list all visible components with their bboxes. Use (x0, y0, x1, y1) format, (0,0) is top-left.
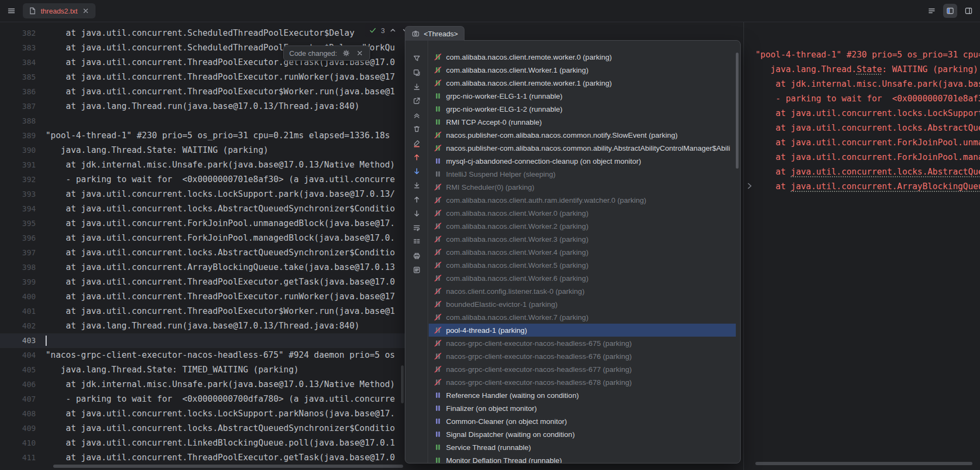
thread-list-item[interactable]: Signal Dispatcher (waiting on condition) (429, 428, 736, 441)
settings-gear-icon[interactable] (342, 49, 351, 57)
editor-line[interactable]: 402 at java.lang.Thread.run(java.base@17… (0, 319, 405, 333)
prev-problem-icon[interactable] (389, 26, 397, 35)
stack-trace-line[interactable]: at java.util.concurrent.ForkJoinPool.man… (755, 150, 980, 165)
editor-line[interactable]: 406 at jdk.internal.misc.Unsafe.park(jav… (0, 377, 405, 392)
delete-button[interactable] (409, 122, 424, 136)
scroll-to-end-button[interactable] (409, 178, 424, 192)
editor-line[interactable]: 387 at java.lang.Thread.run(java.base@17… (0, 99, 405, 114)
editor-line[interactable]: 405 java.lang.Thread.State: TIMED_WAITIN… (0, 363, 405, 377)
editor-line[interactable]: 408 at java.util.concurrent.locks.LockSu… (0, 407, 405, 421)
editor-line[interactable]: 398 at java.util.concurrent.ArrayBlockin… (0, 260, 405, 275)
editor-line[interactable]: 388 (0, 114, 405, 128)
editor-line[interactable]: 403 (0, 333, 405, 348)
thread-list-item[interactable]: com.alibaba.nacos.client.Worker.5 (parki… (429, 259, 736, 272)
print-button[interactable] (409, 249, 424, 263)
thread-list-item[interactable]: com.alibaba.nacos.client.auth.ram.identi… (429, 194, 736, 207)
stack-trace-line[interactable]: at java.util.concurrent.ForkJoinPool.unm… (755, 136, 980, 150)
stack-trace-line[interactable]: java.lang.Thread.State: WAITING (parking… (755, 62, 980, 77)
stack-trace-line[interactable]: at java.util.concurrent.locks.AbstractQu… (755, 121, 980, 136)
stack-trace-line[interactable]: at java.util.concurrent.ArrayBlockingQue… (755, 179, 980, 194)
editor-line[interactable]: 392 - parking to wait for <0x0000000701e… (0, 172, 405, 187)
thread-list-item[interactable]: nacos-grpc-client-executor-nacos-headles… (429, 337, 736, 350)
editor-line[interactable]: 395 at java.util.concurrent.ForkJoinPool… (0, 216, 405, 231)
thread-list-item[interactable]: pool-4-thread-1 (parking) (429, 324, 736, 337)
thread-list-item[interactable]: com.alibaba.nacos.client.remote.worker.1… (429, 76, 736, 89)
editor-left[interactable]: 382 at java.util.concurrent.ScheduledThr… (0, 26, 405, 465)
editor-line[interactable]: 386 at java.util.concurrent.ThreadPoolEx… (0, 85, 405, 99)
editor-line[interactable]: 382 at java.util.concurrent.ScheduledThr… (0, 26, 405, 41)
thread-list-item[interactable]: nacos-grpc-client-executor-nacos-headles… (429, 363, 736, 376)
export-button[interactable] (409, 80, 424, 94)
editor-line[interactable]: 397 at java.util.concurrent.locks.Abstra… (0, 246, 405, 260)
threads-list-scrollbar[interactable] (736, 53, 739, 169)
left-editor-horizontal-scrollbar[interactable] (53, 465, 403, 468)
move-down-button[interactable] (409, 207, 424, 221)
editor-line[interactable]: 396 at java.util.concurrent.ForkJoinPool… (0, 231, 405, 246)
editor-line[interactable]: 393 at java.util.concurrent.locks.LockSu… (0, 187, 405, 202)
splitter-chevron-icon[interactable] (744, 181, 754, 191)
thread-list-item[interactable]: boundedElastic-evictor-1 (parking) (429, 298, 736, 311)
thread-list-item[interactable]: com.alibaba.nacos.client.Worker.2 (parki… (429, 220, 736, 233)
editor-line[interactable]: 401 at java.util.concurrent.ThreadPoolEx… (0, 304, 405, 319)
thread-list-item[interactable]: com.alibaba.nacos.client.Worker.4 (parki… (429, 246, 736, 259)
editor-line[interactable]: 385 at java.util.concurrent.ThreadPoolEx… (0, 70, 405, 85)
split-divider[interactable] (743, 22, 744, 470)
move-up-button[interactable] (409, 192, 424, 207)
thread-list-item[interactable]: RMI TCP Accept-0 (runnable) (429, 115, 736, 128)
filter-button[interactable] (409, 51, 424, 66)
preview-button[interactable] (409, 263, 424, 277)
highlighter-button[interactable] (409, 136, 424, 150)
thread-list-item[interactable]: Common-Cleaner (on object monitor) (429, 415, 736, 428)
stack-trace-line[interactable]: at jdk.internal.misc.Unsafe.park(java.ba… (755, 77, 980, 92)
thread-list-item[interactable]: Service Thread (runnable) (429, 441, 736, 454)
layout-right-button[interactable] (962, 4, 976, 18)
thread-list-item[interactable]: nacos.publisher-com.alibaba.nacos.common… (429, 141, 736, 154)
soft-wrap-button[interactable] (409, 221, 424, 235)
editor-line[interactable]: 407 - parking to wait for <0x0000000700d… (0, 392, 405, 407)
thread-list-item[interactable]: nacos.publisher-com.alibaba.nacos.common… (429, 128, 736, 141)
layout-selector-button[interactable] (943, 4, 957, 18)
threads-popup-tab[interactable]: <Threads> (405, 26, 464, 41)
tab-close-icon[interactable] (81, 7, 90, 15)
thread-list-item[interactable]: Reference Handler (waiting on condition) (429, 389, 736, 402)
thread-list-item[interactable]: com.alibaba.nacos.client.Worker.3 (parki… (429, 233, 736, 246)
thread-list-item[interactable]: com.alibaba.nacos.client.Worker.7 (parki… (429, 311, 736, 324)
thread-list-item[interactable]: grpc-nio-worker-ELG-1-1 (runnable) (429, 89, 736, 102)
thread-list-item[interactable]: mysql-cj-abandoned-connection-cleanup (o… (429, 154, 736, 168)
thread-list-item[interactable]: com.alibaba.nacos.client.Worker.0 (parki… (429, 207, 736, 220)
thread-list-item[interactable]: IntelliJ Suspend Helper (sleeping) (429, 168, 736, 181)
compare-button[interactable] (409, 235, 424, 249)
thread-list-item[interactable]: grpc-nio-worker-ELG-1-2 (runnable) (429, 102, 736, 115)
thread-list-item[interactable]: Monitor Deflation Thread (runnable) (429, 454, 736, 463)
editor-right[interactable]: "pool-4-thread-1" #230 prio=5 os_prio=31… (755, 48, 980, 194)
thread-list-item[interactable]: RMI Scheduler(0) (parking) (429, 181, 736, 194)
thread-list-item[interactable]: com.alibaba.nacos.client.Worker.6 (parki… (429, 272, 736, 285)
tooltip-close-icon[interactable] (355, 49, 364, 57)
stack-trace-line[interactable]: at java.util.concurrent.locks.LockSuppor… (755, 106, 980, 121)
editor-line[interactable]: 389"pool-4-thread-1" #230 prio=5 os_prio… (0, 128, 405, 143)
editor-line[interactable]: 410 at java.util.concurrent.LinkedBlocki… (0, 436, 405, 450)
editor-line[interactable]: 404"nacos-grpc-client-executor-nacos-hea… (0, 348, 405, 363)
thread-list-item[interactable]: nacos-grpc-client-executor-nacos-headles… (429, 376, 736, 389)
copy-button[interactable] (409, 66, 424, 80)
right-editor-horizontal-scrollbar[interactable] (755, 462, 972, 465)
next-occurrence-button[interactable] (409, 164, 424, 178)
options-menu-button[interactable] (925, 4, 939, 18)
thread-list-item[interactable]: nacos-grpc-client-executor-nacos-headles… (429, 350, 736, 363)
editor-line[interactable]: 409 at java.util.concurrent.locks.Abstra… (0, 421, 405, 436)
thread-list-item[interactable]: Finalizer (on object monitor) (429, 402, 736, 415)
open-in-editor-button[interactable] (409, 94, 424, 108)
thread-list-item[interactable]: nacos.client.config.listener.task-0 (par… (429, 285, 736, 298)
thread-list-item[interactable]: com.alibaba.nacos.client.remote.worker.0… (429, 50, 736, 63)
main-menu-button[interactable] (4, 4, 18, 18)
editor-line[interactable]: 399 at java.util.concurrent.ThreadPoolEx… (0, 275, 405, 289)
editor-line[interactable]: 390 java.lang.Thread.State: WAITING (par… (0, 143, 405, 158)
editor-line[interactable]: 391 at jdk.internal.misc.Unsafe.park(jav… (0, 158, 405, 172)
previous-occurrence-button[interactable] (409, 150, 424, 164)
stack-trace-line[interactable]: at java.util.concurrent.locks.AbstractQu… (755, 165, 980, 179)
editor-line[interactable]: 400 at java.util.concurrent.ThreadPoolEx… (0, 289, 405, 304)
collapse-all-button[interactable] (409, 108, 424, 122)
editor-tab[interactable]: threads2.txt (23, 3, 96, 18)
editor-line[interactable]: 411 at java.util.concurrent.ThreadPoolEx… (0, 450, 405, 465)
stack-trace-line[interactable]: "pool-4-thread-1" #230 prio=5 os_prio=31… (755, 48, 980, 62)
